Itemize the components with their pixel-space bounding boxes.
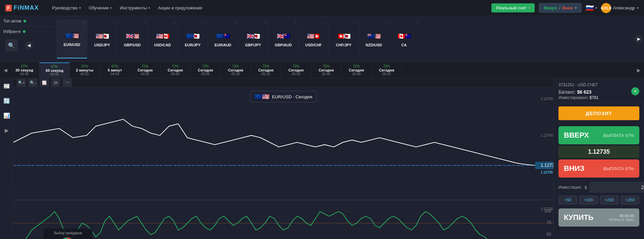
asset-item-USD-CHF[interactable]: ☆ 🇺🇸 🇨🇭 USD/CHF [299, 19, 329, 58]
asset-item-GBP-AUD[interactable]: ☆ 🇬🇧 🇦🇺 GBP/AUD [268, 19, 299, 58]
chart-container: 🇪🇺🇺🇸 EUR/USD - Сегодня 1.12750 1.12740 1… [13, 87, 553, 239]
asset-item-USD-CAD[interactable]: ☆ 🇺🇸 🇨🇦 USD/CAD [148, 19, 178, 58]
account-type-button[interactable]: Реальный счет ▾ [491, 3, 535, 12]
asset-item-NZD-USD[interactable]: ☆ 🇳🇿 🇺🇸 NZD/USD [359, 19, 389, 58]
trade-down-button[interactable]: ВНИЗ ВЫПЛАТА 67% [558, 159, 639, 178]
timeframe-button[interactable]: 1h [51, 79, 60, 87]
favorites-label[interactable]: Избран-е [0, 27, 57, 37]
language-selector[interactable]: 🇷🇺 ▾ [586, 4, 597, 12]
asset-flags: 🇳🇿 🇺🇸 [366, 31, 382, 42]
asset-name: USD/CHF [305, 43, 322, 47]
search-button[interactable]: 🔍 [5, 39, 17, 51]
time-label: Сегодня [168, 68, 183, 72]
asset-item-GBP-JPY[interactable]: ☆ 🇬🇧 🇯🇵 GBP/JPY [238, 19, 268, 58]
chart-type-button[interactable]: 📈 [40, 79, 49, 87]
nav-item-offers[interactable]: Акции и предложения [158, 5, 202, 10]
time-item-5[interactable]: 72% Сегодня 05:00 [160, 62, 191, 78]
flag-left: 🇨🇦 [396, 32, 406, 41]
deposit-button[interactable]: ДЕПОЗИТ [558, 106, 639, 120]
asset-name: EUR/AUD [214, 43, 231, 47]
time-clock: 05:45 [322, 72, 330, 76]
nav-item-tools[interactable]: Инструменты ▾ [120, 5, 150, 10]
choice-donut-chart [60, 237, 74, 239]
add-funds-button[interactable]: + [631, 87, 639, 95]
sidebar-icon-news[interactable]: 📰 [2, 81, 11, 91]
zoom-in-button[interactable]: 🔍+ [17, 79, 26, 87]
flag-left: 🇺🇸 [306, 32, 315, 41]
time-label: 2 минуты [76, 68, 94, 72]
chevron-down-icon: ▾ [148, 6, 150, 10]
quick-add-row: +50+100+200+250 [554, 194, 644, 207]
time-item-9[interactable]: 72% Сегодня 05:30 [281, 62, 311, 78]
asset-name: GBP/AUD [275, 43, 292, 47]
buy-button[interactable]: КУПИТЬ 00:00:39 Истека-ет через [558, 208, 639, 227]
asset-name: GBP/JPY [245, 43, 261, 47]
time-item-0[interactable]: 67% 30 секунд 04:49 [9, 62, 40, 78]
time-clock: 04:50 [50, 73, 59, 76]
asset-item-CA[interactable]: ☆ 🇨🇦 🇦🇺 CA [389, 19, 419, 58]
flag-left: 🇬🇧 [246, 32, 255, 41]
nav-item-guide[interactable]: Руководство ▾ [52, 5, 81, 10]
time-item-11[interactable]: 72% Сегодня 06:00 [341, 62, 372, 78]
quick-add-btn-50[interactable]: +50 [558, 196, 577, 204]
asset-item-EUR-JPY[interactable]: ☆ 🇪🇺 🇯🇵 EUR/JPY [178, 19, 208, 58]
time-item-1[interactable]: 67% 60 секунд 04:50 [40, 62, 70, 78]
time-item-8[interactable]: 72% Сегодня 05:15 [251, 62, 281, 78]
time-item-10[interactable]: 72% Сегодня 05:45 [311, 62, 341, 78]
asset-item-GBP-USD[interactable]: ☆ 🇬🇧 🇺🇸 GBP/USD [117, 19, 148, 58]
flag-left: 🇬🇧 [276, 32, 285, 41]
time-pct: 72% [353, 64, 360, 68]
nav-item-education[interactable]: Обучение ▾ [89, 5, 112, 10]
star-icon: ☆ [83, 21, 86, 25]
zoom-out-button[interactable]: 🔍- [28, 79, 38, 87]
time-item-2[interactable]: 67% 2 минуты 04:51 [70, 62, 100, 78]
time-clock: 04:51 [80, 72, 89, 76]
time-pct: 72% [172, 64, 178, 68]
svg-text:75: 75 [547, 220, 551, 225]
invest-input[interactable] [590, 182, 644, 192]
sidebar-icon-chart[interactable]: 🔄 [2, 96, 11, 105]
time-item-6[interactable]: 72% Сегодня 05:05 [191, 62, 221, 78]
sidebar-icon-stats[interactable]: 📊 [2, 111, 11, 120]
svg-text:100: 100 [544, 209, 551, 213]
asset-name: EUR/JPY [185, 43, 201, 47]
sidebar-icon-play[interactable]: ▶ [2, 126, 11, 135]
asset-name: CHF/JPY [336, 43, 351, 47]
time-label: 5 минут [108, 68, 122, 72]
time-item-3[interactable]: 67% 5 минут 04:54 [100, 62, 130, 78]
user-menu[interactable]: GOLD Александр ▾ [601, 3, 639, 13]
asset-name: NZD/USD [366, 43, 382, 47]
next-time-button[interactable]: ▶ [635, 62, 643, 78]
invest-row: Инвестиция: $ [554, 180, 644, 194]
asset-flags: 🇺🇸 🇯🇵 [95, 31, 110, 42]
time-item-4[interactable]: 72% Сегодня 04:55 [130, 62, 160, 78]
updown-button[interactable]: Вверх / Вниз ▾ [539, 3, 582, 13]
time-clock: 06:15 [382, 72, 391, 76]
asset-flags: 🇬🇧 🇯🇵 [246, 31, 261, 42]
quick-add-btn-200[interactable]: +200 [600, 196, 619, 204]
time-clock: 05:10 [231, 72, 240, 76]
trade-up-button[interactable]: ВВЕРХ ВЫПЛАТА 67% [558, 126, 639, 144]
time-item-12[interactable]: 72% Сегодня 06:15 [372, 62, 402, 78]
time-pct: 72% [323, 64, 329, 68]
header-right: Реальный счет ▾ Вверх / Вниз ▾ 🇷🇺 ▾ GOLD… [491, 3, 639, 13]
prev-time-button[interactable]: ◀ [1, 62, 9, 78]
asset-item-USD-JPY[interactable]: ☆ 🇺🇸 🇯🇵 USD/JPY [87, 19, 117, 58]
time-label: Сегодня [258, 68, 273, 72]
time-pct: 67% [21, 64, 28, 68]
top-assets-label[interactable]: Топ актив [0, 16, 57, 27]
quick-add-btn-100[interactable]: +100 [579, 196, 598, 204]
indicator-button[interactable]: 〰 [62, 79, 72, 87]
chevron-down-icon: ▾ [595, 6, 597, 10]
asset-item-EUR-AUD[interactable]: ☆ 🇪🇺 🇦🇺 EUR/AUD [208, 19, 238, 58]
asset-item-EUR-USD[interactable]: ☆ 🇪🇺 🇺🇸 EUR/USD [57, 19, 87, 58]
time-item-7[interactable]: 72% Сегодня 05:10 [221, 62, 251, 78]
time-clock: 05:00 [171, 72, 179, 76]
quick-add-btn-250[interactable]: +250 [621, 196, 639, 204]
next-asset-button[interactable]: ▶ [635, 35, 643, 43]
prev-asset-button[interactable]: ◀ [25, 41, 33, 49]
star-icon: ☆ [384, 21, 387, 25]
time-clock: 05:30 [292, 72, 300, 76]
asset-item-CHF-JPY[interactable]: ☆ 🇨🇭 🇯🇵 CHF/JPY [329, 19, 359, 58]
asset-flags: 🇪🇺 🇦🇺 [215, 31, 231, 42]
